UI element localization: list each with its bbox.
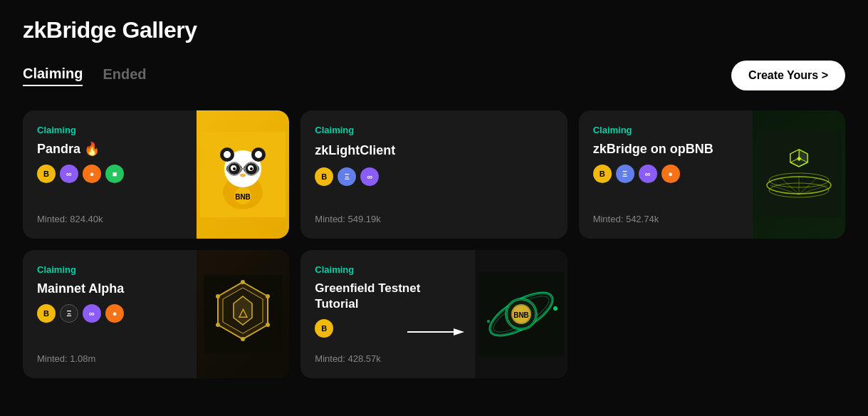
svg-point-56 (553, 306, 558, 311)
svg-marker-44 (454, 328, 464, 336)
card-zklightclient[interactable]: Claiming zkLightClient B Ξ ∞ Minted: 549… (300, 110, 567, 239)
svg-point-4 (224, 151, 231, 158)
arrow-indicator (407, 325, 464, 339)
card-pandra-status: Claiming (37, 125, 175, 135)
card-greenfield-image: BNB (475, 250, 568, 378)
orange-icon: ● (83, 165, 101, 183)
tabs-left: Claiming Ended (23, 66, 147, 86)
card-mainnet-icons: B Ξ ∞ ● (37, 304, 175, 323)
card-zkbridge-status: Claiming (593, 125, 731, 135)
card-pandra-content: Claiming Pandra 🔥 B ∞ ● ■ Minted: 824.40… (23, 110, 189, 239)
create-yours-button[interactable]: Create Yours > (731, 61, 845, 90)
svg-point-42 (241, 337, 245, 341)
card-greenfield-minted: Minted: 428.57k (315, 353, 453, 364)
card-greenfield-content: Claiming Greenfield TestnetTutorial B Mi… (300, 250, 467, 378)
eth-icon-2: Ξ (616, 165, 634, 183)
tabs-row: Claiming Ended Create Yours > (23, 61, 845, 90)
card-mainnet-minted: Minted: 1.08m (37, 353, 175, 364)
eth-icon-3: Ξ (60, 304, 78, 323)
bnb-icon-3: B (593, 165, 612, 183)
svg-point-14 (233, 167, 236, 170)
card-pandra-title: Pandra 🔥 (37, 141, 175, 157)
gallery-grid-row2: Claiming Mainnet Alpha B Ξ ∞ ● Minted: 1… (23, 250, 845, 378)
svg-rect-19 (756, 132, 842, 217)
svg-point-38 (266, 294, 270, 298)
card-zkbridge-icons: B Ξ ∞ ● (593, 165, 731, 183)
page-container: zkBridge Gallery Claiming Ended Create Y… (0, 0, 868, 395)
orange-icon-2: ● (662, 165, 680, 183)
card-mainnet[interactable]: Claiming Mainnet Alpha B Ξ ∞ ● Minted: 1… (23, 250, 289, 378)
card-pandra[interactable]: Claiming Pandra 🔥 B ∞ ● ■ Minted: 824.40… (23, 110, 289, 239)
bnb-icon-5: B (315, 319, 333, 338)
card-greenfield[interactable]: Claiming Greenfield TestnetTutorial B Mi… (300, 250, 567, 378)
orange-icon-3: ● (105, 304, 124, 323)
card-pandra-icons: B ∞ ● ■ (37, 165, 175, 183)
page-title: zkBridge Gallery (23, 17, 845, 43)
card-zkbridge-content: Claiming zkBridge on opBNB B Ξ ∞ ● Minte… (579, 110, 746, 239)
tab-ended[interactable]: Ended (103, 66, 146, 85)
card-greenfield-title: Greenfield TestnetTutorial (315, 281, 453, 312)
card-zklightclient-minted: Minted: 549.19k (315, 214, 553, 224)
card-zkbridge-image: ◆ (753, 110, 845, 239)
card-mainnet-image: △ (197, 250, 289, 378)
empty-slot (579, 250, 845, 378)
arrow-svg (407, 325, 464, 339)
svg-point-16 (240, 174, 246, 177)
svg-point-57 (487, 320, 490, 323)
bnb-icon-2: B (315, 167, 333, 186)
card-mainnet-content: Claiming Mainnet Alpha B Ξ ∞ ● Minted: 1… (23, 250, 189, 378)
tab-claiming[interactable]: Claiming (23, 66, 83, 86)
svg-text:△: △ (238, 306, 249, 318)
cube-illustration: ◆ (756, 132, 842, 217)
card-zkbridge-opbnb[interactable]: Claiming zkBridge on opBNB B Ξ ∞ ● Minte… (579, 110, 845, 239)
svg-point-40 (216, 323, 220, 327)
bnb-icon: B (37, 165, 56, 183)
card-mainnet-status: Claiming (37, 264, 175, 275)
svg-point-39 (266, 323, 270, 327)
card-zklightclient-title: zkLightClient (315, 142, 553, 159)
card-mainnet-title: Mainnet Alpha (37, 281, 175, 297)
svg-point-15 (250, 167, 253, 170)
svg-text:BNB: BNB (513, 311, 529, 319)
eth-icon: Ξ (338, 167, 356, 186)
gallery-grid: Claiming Pandra 🔥 B ∞ ● ■ Minted: 824.40… (23, 110, 845, 239)
link-icon: ∞ (60, 165, 78, 183)
shield-illustration: △ (204, 275, 282, 353)
svg-text:◆: ◆ (796, 155, 802, 162)
card-pandra-image: BNB (197, 110, 289, 239)
planet-illustration: BNB (479, 271, 564, 357)
bnb-icon-4: B (37, 304, 56, 323)
card-zkbridge-minted: Minted: 542.74k (593, 214, 731, 224)
svg-text:BNB: BNB (235, 193, 251, 201)
svg-point-37 (216, 294, 220, 298)
card-greenfield-status: Claiming (315, 264, 453, 275)
card-zkbridge-title: zkBridge on opBNB (593, 141, 731, 157)
green-icon: ■ (105, 165, 124, 183)
pandra-illustration: BNB (200, 132, 286, 217)
link-icon-4: ∞ (83, 304, 101, 323)
link-icon-2: ∞ (360, 167, 379, 186)
card-zklightclient-status: Claiming (315, 125, 553, 135)
svg-point-41 (241, 280, 245, 284)
svg-point-6 (255, 151, 262, 158)
card-zklightclient-icons: B Ξ ∞ (315, 167, 553, 186)
card-pandra-minted: Minted: 824.40k (37, 214, 175, 224)
link-icon-3: ∞ (639, 165, 657, 183)
